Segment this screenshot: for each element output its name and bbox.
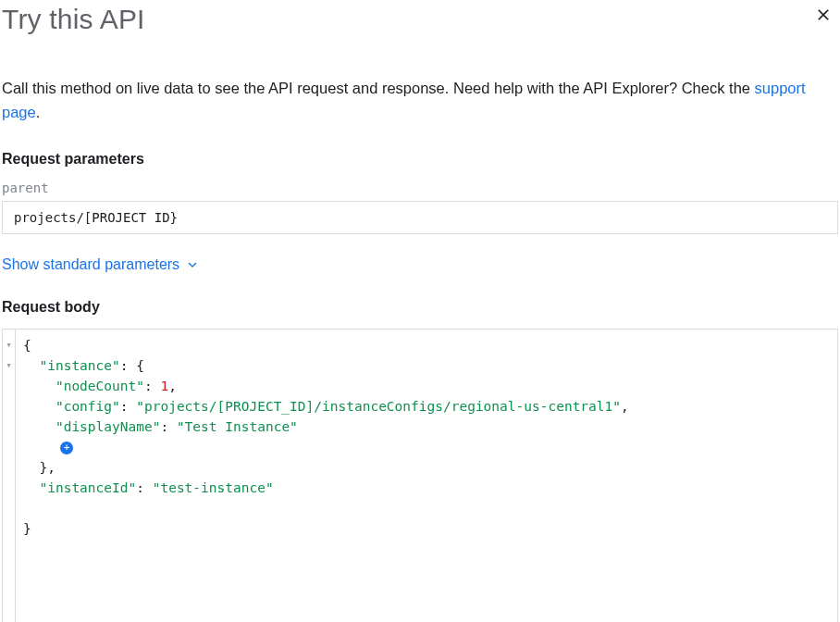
description-text: Call this method on live data to see the… — [2, 76, 838, 125]
fold-toggle-row-1[interactable]: ▾ — [3, 335, 15, 355]
json-key-config[interactable]: "config" — [56, 399, 120, 414]
editor-gutter: ▾ ▾ — [3, 330, 16, 622]
json-val-nodecount[interactable]: 1 — [160, 379, 168, 393]
show-standard-parameters-toggle[interactable]: Show standard parameters — [2, 256, 200, 273]
parent-input[interactable] — [2, 201, 838, 234]
json-val-displayname[interactable]: "Test Instance" — [177, 419, 298, 434]
fold-toggle-row-2[interactable]: ▾ — [3, 355, 15, 376]
page-title: Try this API — [2, 4, 145, 35]
json-key-instanceid[interactable]: "instanceId" — [39, 480, 136, 495]
json-key-instance[interactable]: "instance" — [39, 358, 119, 373]
show-standard-parameters-label: Show standard parameters — [2, 256, 179, 273]
request-body-heading: Request body — [2, 299, 838, 316]
close-icon — [814, 6, 833, 24]
json-key-nodecount[interactable]: "nodeCount" — [56, 379, 144, 393]
description-suffix: . — [36, 104, 41, 120]
close-button[interactable] — [814, 4, 838, 28]
request-body-editor[interactable]: ▾ ▾ { "instance": { "nodeCount": 1, "con… — [2, 329, 838, 622]
json-code-area[interactable]: { "instance": { "nodeCount": 1, "config"… — [16, 330, 837, 622]
description-prefix: Call this method on live data to see the… — [2, 80, 755, 96]
add-property-button[interactable]: + — [60, 442, 73, 454]
chevron-down-icon — [185, 257, 200, 272]
json-key-displayname[interactable]: "displayName" — [56, 419, 161, 434]
request-parameters-heading: Request parameters — [2, 151, 838, 168]
param-label-parent: parent — [2, 180, 838, 195]
json-val-config[interactable]: "projects/[PROJECT_ID]/instanceConfigs/r… — [136, 399, 621, 414]
json-val-instanceid[interactable]: "test-instance" — [153, 480, 274, 495]
